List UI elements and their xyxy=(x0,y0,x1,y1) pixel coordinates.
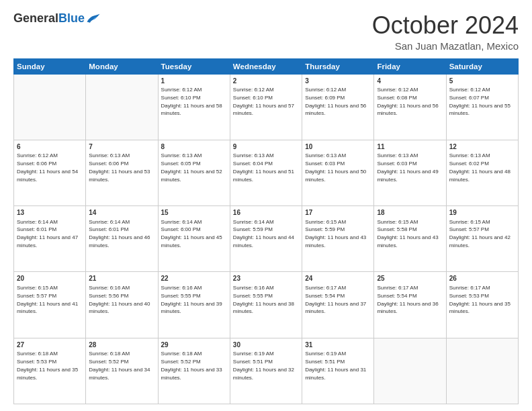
calendar-day-header: Monday xyxy=(86,58,158,74)
calendar-day-header: Thursday xyxy=(302,58,374,74)
calendar-day-cell xyxy=(374,338,446,404)
calendar-day-cell: 2Sunrise: 6:12 AMSunset: 6:10 PMDaylight… xyxy=(230,74,302,140)
day-number: 6 xyxy=(17,142,83,152)
day-number: 5 xyxy=(449,77,515,86)
day-info: Sunrise: 6:16 AMSunset: 5:55 PMDaylight:… xyxy=(161,285,222,314)
day-number: 28 xyxy=(89,340,154,350)
calendar-day-cell: 10Sunrise: 6:13 AMSunset: 6:03 PMDayligh… xyxy=(302,140,374,205)
calendar-day-cell: 25Sunrise: 6:17 AMSunset: 5:54 PMDayligh… xyxy=(374,272,446,338)
day-number: 11 xyxy=(377,142,443,152)
calendar-week-row: 6Sunrise: 6:12 AMSunset: 6:06 PMDaylight… xyxy=(14,140,519,205)
day-info: Sunrise: 6:17 AMSunset: 5:53 PMDaylight:… xyxy=(449,285,511,314)
day-info: Sunrise: 6:12 AMSunset: 6:09 PMDaylight:… xyxy=(305,87,366,116)
day-info: Sunrise: 6:19 AMSunset: 5:51 PMDaylight:… xyxy=(233,351,294,380)
logo: GeneralBlue xyxy=(13,12,101,26)
calendar-week-row: 27Sunrise: 6:18 AMSunset: 5:53 PMDayligh… xyxy=(14,338,519,404)
day-info: Sunrise: 6:13 AMSunset: 6:02 PMDaylight:… xyxy=(449,152,511,182)
calendar-week-row: 13Sunrise: 6:14 AMSunset: 6:01 PMDayligh… xyxy=(14,206,519,272)
calendar-day-cell: 9Sunrise: 6:13 AMSunset: 6:04 PMDaylight… xyxy=(230,140,302,205)
calendar-day-header: Wednesday xyxy=(230,58,302,74)
calendar-day-header: Saturday xyxy=(446,58,518,74)
day-info: Sunrise: 6:12 AMSunset: 6:10 PMDaylight:… xyxy=(233,87,294,116)
day-number: 26 xyxy=(449,274,515,283)
calendar-day-cell: 1Sunrise: 6:12 AMSunset: 6:10 PMDaylight… xyxy=(158,74,230,140)
calendar-day-cell: 21Sunrise: 6:16 AMSunset: 5:56 PMDayligh… xyxy=(86,272,158,338)
calendar-day-header: Tuesday xyxy=(158,58,230,74)
calendar-day-header: Friday xyxy=(374,58,446,74)
day-number: 21 xyxy=(89,274,154,283)
calendar-day-cell xyxy=(86,74,158,140)
day-info: Sunrise: 6:17 AMSunset: 5:54 PMDaylight:… xyxy=(305,285,366,314)
day-info: Sunrise: 6:12 AMSunset: 6:08 PMDaylight:… xyxy=(377,87,438,116)
calendar-day-cell: 11Sunrise: 6:13 AMSunset: 6:03 PMDayligh… xyxy=(374,140,446,205)
day-number: 12 xyxy=(449,142,515,152)
day-info: Sunrise: 6:14 AMSunset: 6:01 PMDaylight:… xyxy=(89,219,150,248)
calendar-day-cell: 20Sunrise: 6:15 AMSunset: 5:57 PMDayligh… xyxy=(14,272,86,338)
day-number: 20 xyxy=(17,274,83,283)
day-info: Sunrise: 6:15 AMSunset: 5:57 PMDaylight:… xyxy=(449,219,511,248)
day-info: Sunrise: 6:12 AMSunset: 6:07 PMDaylight:… xyxy=(449,87,511,116)
day-number: 17 xyxy=(305,208,371,218)
day-info: Sunrise: 6:15 AMSunset: 5:58 PMDaylight:… xyxy=(377,219,438,248)
logo-general-text: General xyxy=(13,11,58,25)
day-number: 3 xyxy=(305,77,371,86)
day-number: 31 xyxy=(305,340,371,350)
day-info: Sunrise: 6:13 AMSunset: 6:05 PMDaylight:… xyxy=(161,152,222,182)
day-number: 14 xyxy=(89,208,154,218)
calendar-day-cell: 23Sunrise: 6:16 AMSunset: 5:55 PMDayligh… xyxy=(230,272,302,338)
day-info: Sunrise: 6:13 AMSunset: 6:03 PMDaylight:… xyxy=(377,152,438,182)
calendar-day-cell: 15Sunrise: 6:14 AMSunset: 6:00 PMDayligh… xyxy=(158,206,230,272)
calendar-day-cell: 7Sunrise: 6:13 AMSunset: 6:06 PMDaylight… xyxy=(86,140,158,205)
day-number: 23 xyxy=(233,274,299,283)
day-number: 25 xyxy=(377,274,443,283)
month-title: October 2024 xyxy=(372,12,519,39)
day-number: 24 xyxy=(305,274,371,283)
day-number: 8 xyxy=(161,142,227,152)
day-number: 1 xyxy=(161,77,227,86)
day-info: Sunrise: 6:15 AMSunset: 5:59 PMDaylight:… xyxy=(305,219,366,248)
day-number: 18 xyxy=(377,208,443,218)
day-info: Sunrise: 6:16 AMSunset: 5:55 PMDaylight:… xyxy=(233,285,294,314)
day-info: Sunrise: 6:12 AMSunset: 6:10 PMDaylight:… xyxy=(161,87,222,116)
header: GeneralBlue October 2024 San Juan Mazatl… xyxy=(13,12,519,52)
calendar-day-cell: 28Sunrise: 6:18 AMSunset: 5:52 PMDayligh… xyxy=(86,338,158,404)
day-number: 2 xyxy=(233,77,299,86)
calendar-day-cell: 4Sunrise: 6:12 AMSunset: 6:08 PMDaylight… xyxy=(374,74,446,140)
calendar-day-cell xyxy=(14,74,86,140)
calendar-day-cell: 14Sunrise: 6:14 AMSunset: 6:01 PMDayligh… xyxy=(86,206,158,272)
calendar-day-cell: 17Sunrise: 6:15 AMSunset: 5:59 PMDayligh… xyxy=(302,206,374,272)
calendar-week-row: 1Sunrise: 6:12 AMSunset: 6:10 PMDaylight… xyxy=(14,74,519,140)
day-info: Sunrise: 6:13 AMSunset: 6:04 PMDaylight:… xyxy=(233,152,294,182)
day-number: 27 xyxy=(17,340,83,350)
day-number: 7 xyxy=(89,142,154,152)
day-number: 9 xyxy=(233,142,299,152)
day-info: Sunrise: 6:18 AMSunset: 5:52 PMDaylight:… xyxy=(89,351,150,380)
day-number: 4 xyxy=(377,77,443,86)
calendar-day-cell: 18Sunrise: 6:15 AMSunset: 5:58 PMDayligh… xyxy=(374,206,446,272)
location: San Juan Mazatlan, Mexico xyxy=(372,40,519,52)
day-info: Sunrise: 6:18 AMSunset: 5:53 PMDaylight:… xyxy=(17,351,78,380)
calendar-day-cell: 31Sunrise: 6:19 AMSunset: 5:51 PMDayligh… xyxy=(302,338,374,404)
calendar-table: SundayMondayTuesdayWednesdayThursdayFrid… xyxy=(13,58,519,404)
calendar-day-cell: 27Sunrise: 6:18 AMSunset: 5:53 PMDayligh… xyxy=(14,338,86,404)
day-number: 15 xyxy=(161,208,227,218)
day-number: 19 xyxy=(449,208,515,218)
logo-blue-text: Blue xyxy=(58,11,85,25)
day-number: 10 xyxy=(305,142,371,152)
day-number: 13 xyxy=(17,208,83,218)
day-info: Sunrise: 6:19 AMSunset: 5:51 PMDaylight:… xyxy=(305,351,366,380)
page: GeneralBlue October 2024 San Juan Mazatl… xyxy=(0,0,532,411)
calendar-day-cell: 8Sunrise: 6:13 AMSunset: 6:05 PMDaylight… xyxy=(158,140,230,205)
day-info: Sunrise: 6:16 AMSunset: 5:56 PMDaylight:… xyxy=(89,285,150,314)
calendar-day-cell: 24Sunrise: 6:17 AMSunset: 5:54 PMDayligh… xyxy=(302,272,374,338)
day-number: 30 xyxy=(233,340,299,350)
title-area: October 2024 San Juan Mazatlan, Mexico xyxy=(372,12,519,52)
day-info: Sunrise: 6:13 AMSunset: 6:06 PMDaylight:… xyxy=(89,152,150,182)
day-info: Sunrise: 6:18 AMSunset: 5:52 PMDaylight:… xyxy=(161,351,222,380)
calendar-header-row: SundayMondayTuesdayWednesdayThursdayFrid… xyxy=(14,58,519,74)
calendar-day-cell: 19Sunrise: 6:15 AMSunset: 5:57 PMDayligh… xyxy=(446,206,518,272)
day-number: 16 xyxy=(233,208,299,218)
calendar-day-cell: 26Sunrise: 6:17 AMSunset: 5:53 PMDayligh… xyxy=(446,272,518,338)
calendar-day-cell: 12Sunrise: 6:13 AMSunset: 6:02 PMDayligh… xyxy=(446,140,518,205)
calendar-week-row: 20Sunrise: 6:15 AMSunset: 5:57 PMDayligh… xyxy=(14,272,519,338)
